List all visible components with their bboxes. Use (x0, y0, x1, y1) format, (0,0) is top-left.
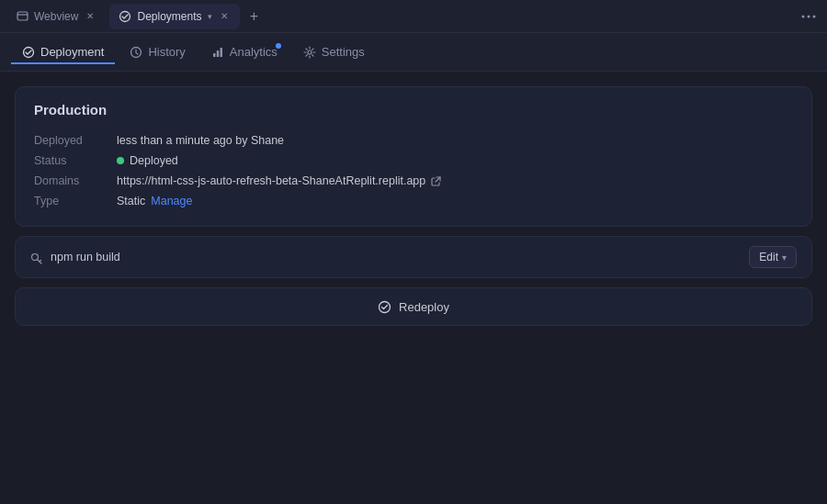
svg-point-4 (808, 15, 810, 17)
history-nav-icon (130, 45, 142, 60)
external-link-icon[interactable] (431, 176, 441, 186)
value-status: Deployed (117, 154, 178, 167)
svg-rect-0 (17, 12, 28, 20)
deployments-icon (119, 9, 131, 23)
type-text: Static (117, 195, 145, 207)
label-domains: Domains (34, 174, 117, 187)
build-command-text: npm run build (51, 251, 120, 263)
edit-button-label: Edit (759, 251, 778, 263)
tab-navigation: Deployment History Analytics (0, 33, 827, 72)
svg-point-2 (120, 11, 130, 21)
svg-point-13 (380, 302, 391, 313)
status-text: Deployed (130, 154, 178, 167)
edit-button[interactable]: Edit ▾ (749, 246, 797, 268)
tab-webview-label: Webview (34, 10, 78, 23)
settings-nav-icon (303, 45, 316, 60)
redeploy-icon (378, 299, 391, 314)
production-card-title: Production (34, 102, 793, 118)
manage-link[interactable]: Manage (151, 195, 192, 207)
info-row-deployed: Deployed less than a minute ago by Shane (34, 130, 793, 151)
deployment-nav-icon (22, 45, 35, 60)
svg-rect-9 (217, 50, 220, 57)
tab-history[interactable]: History (119, 39, 196, 65)
tab-deployments[interactable]: Deployments ▾ ✕ (109, 4, 239, 29)
status-dot (117, 157, 124, 164)
info-row-status: Status Deployed (34, 151, 793, 171)
analytics-dot-indicator (276, 43, 281, 49)
svg-rect-8 (213, 53, 216, 57)
svg-point-5 (813, 15, 816, 17)
build-command: npm run build (30, 250, 738, 264)
value-type: Static Manage (117, 195, 192, 207)
new-tab-button[interactable]: + (244, 6, 266, 28)
tab-deployments-close[interactable]: ✕ (218, 10, 231, 23)
value-domains: https://html-css-js-auto-refresh-beta-Sh… (117, 174, 441, 187)
value-deployed: less than a minute ago by Shane (117, 134, 284, 147)
svg-point-11 (308, 50, 312, 54)
webview-icon (17, 9, 28, 22)
label-status: Status (34, 154, 117, 167)
svg-rect-10 (220, 48, 222, 57)
label-deployed: Deployed (34, 134, 117, 147)
svg-point-6 (24, 48, 34, 58)
svg-point-3 (802, 15, 805, 17)
chevron-down-icon: ▾ (782, 252, 787, 263)
domain-link[interactable]: https://html-css-js-auto-refresh-beta-Sh… (117, 174, 425, 187)
redeploy-button[interactable]: Redeploy (15, 287, 812, 326)
info-row-type: Type Static Manage (34, 191, 793, 211)
key-icon (30, 250, 43, 264)
tab-deployment-label: Deployment (40, 45, 104, 59)
titlebar: Webview ✕ Deployments ▾ ✕ + (0, 0, 827, 33)
analytics-nav-icon (211, 45, 224, 60)
redeploy-label: Redeploy (399, 300, 449, 314)
tab-deployments-label: Deployments (137, 10, 201, 23)
tab-settings[interactable]: Settings (292, 39, 376, 65)
tab-deployment[interactable]: Deployment (11, 39, 115, 65)
tab-webview[interactable]: Webview ✕ (7, 4, 106, 29)
label-type: Type (34, 195, 117, 207)
info-row-domains: Domains https://html-css-js-auto-refresh… (34, 171, 793, 191)
tab-webview-close[interactable]: ✕ (84, 10, 96, 23)
tab-deployments-chevron: ▾ (208, 12, 212, 21)
more-button[interactable] (798, 6, 820, 28)
main-content: Production Deployed less than a minute a… (0, 72, 827, 341)
tab-history-label: History (148, 45, 185, 59)
production-card: Production Deployed less than a minute a… (15, 86, 812, 227)
tab-settings-label: Settings (322, 45, 365, 59)
build-command-row: npm run build Edit ▾ (15, 236, 812, 278)
tab-analytics-label: Analytics (230, 45, 278, 59)
tab-analytics[interactable]: Analytics (200, 39, 289, 65)
